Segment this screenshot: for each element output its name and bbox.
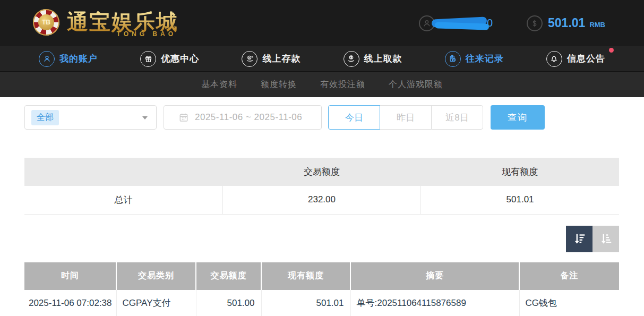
username-redaction-scribble xyxy=(432,18,489,29)
main-navigation: 我的账户 优惠中心 线上存款 xyxy=(0,46,644,72)
chip-label: TB xyxy=(38,14,54,30)
brand-text: 通宝娱乐城 TONG BAO xyxy=(67,11,178,38)
subnav-item-game-limits[interactable]: 个人游戏限额 xyxy=(389,79,443,90)
bell-icon xyxy=(546,51,562,67)
nav-item-my-account[interactable]: 我的账户 xyxy=(39,51,98,67)
nav-label: 信息公告 xyxy=(567,53,605,65)
dollar-icon xyxy=(527,15,543,31)
account-area: 0 501.01 RMB xyxy=(419,0,605,46)
date-range-input[interactable]: 2025-11-06 ~ 2025-11-06 xyxy=(164,105,322,130)
nav-label: 往来记录 xyxy=(466,53,504,65)
brand-name-en: TONG BAO xyxy=(117,30,176,38)
subnav-item-basic-info[interactable]: 基本资料 xyxy=(201,79,237,90)
chevron-down-icon xyxy=(142,116,148,119)
transaction-type-select[interactable]: 全部 xyxy=(24,105,157,130)
account-sub-navigation: 基本资料 额度转换 有效投注额 个人游戏限额 xyxy=(0,72,644,97)
nav-label: 线上取款 xyxy=(364,53,402,65)
summary-header-balance: 现有额度 xyxy=(421,158,619,186)
col-header-time: 时间 xyxy=(24,262,116,290)
summary-table: 交易额度 现有额度 总计 232.00 501.01 xyxy=(24,158,619,215)
cell-type: CGPAY支付 xyxy=(116,290,196,316)
deposit-icon xyxy=(242,51,257,67)
transaction-records-page: TB 通宝娱乐城 TONG BAO 0 xyxy=(0,0,644,316)
col-header-summary: 摘要 xyxy=(350,262,519,290)
notification-dot xyxy=(609,48,614,53)
summary-header-empty xyxy=(24,158,222,186)
records-header-row: 时间 交易类别 交易额度 现有额度 摘要 备注 xyxy=(24,262,619,290)
nav-label: 优惠中心 xyxy=(161,53,199,65)
summary-transaction-total: 232.00 xyxy=(222,186,420,214)
summary-header-row: 交易额度 现有额度 xyxy=(24,158,619,186)
gift-icon xyxy=(140,51,156,67)
sort-ascending-button[interactable] xyxy=(593,226,619,252)
nav-label: 我的账户 xyxy=(59,53,98,65)
summary-header-transaction: 交易额度 xyxy=(222,158,420,186)
calendar-icon xyxy=(178,112,189,123)
user-icon xyxy=(39,51,55,67)
selected-type-value: 全部 xyxy=(31,110,59,125)
quick-range-today[interactable]: 今日 xyxy=(328,105,380,130)
balance-amount: 501.01 xyxy=(548,16,585,30)
subnav-item-credit-transfer[interactable]: 额度转换 xyxy=(261,79,297,90)
sort-descending-icon xyxy=(572,232,586,246)
nav-item-online-deposit[interactable]: 线上存款 xyxy=(242,51,300,67)
sort-ascending-icon xyxy=(599,232,613,246)
balance-display[interactable]: 501.01 RMB xyxy=(527,15,605,31)
nav-item-promotions[interactable]: 优惠中心 xyxy=(140,51,199,67)
col-header-note: 备注 xyxy=(519,262,619,290)
col-header-type: 交易类别 xyxy=(116,262,196,290)
records-icon xyxy=(445,51,461,67)
filter-toolbar: 全部 2025-11-06 ~ 2025-11-06 今日 昨日 近8日 查询 xyxy=(24,105,619,130)
quick-range-segment: 今日 昨日 近8日 xyxy=(328,105,483,130)
brand-name: 通宝娱乐城 xyxy=(67,11,178,32)
top-header: TB 通宝娱乐城 TONG BAO 0 xyxy=(0,0,644,46)
balance-currency: RMB xyxy=(589,21,605,29)
sort-controls xyxy=(24,226,619,252)
quick-range-last-8-days[interactable]: 近8日 xyxy=(431,105,483,130)
subnav-item-valid-bets[interactable]: 有效投注额 xyxy=(320,79,365,90)
poker-chip-icon: TB xyxy=(33,9,59,36)
main-content: 全部 2025-11-06 ~ 2025-11-06 今日 昨日 近8日 查询 xyxy=(0,97,644,316)
col-header-transaction-amount: 交易额度 xyxy=(196,262,261,290)
summary-total-row: 总计 232.00 501.01 xyxy=(24,186,619,214)
cell-transaction-amount: 501.00 xyxy=(196,290,261,316)
nav-item-online-withdrawal[interactable]: 线上取款 xyxy=(344,51,402,67)
cell-summary: 单号:202511064115876589 xyxy=(350,290,519,316)
summary-total-label: 总计 xyxy=(24,186,222,214)
brand-logo[interactable]: TB 通宝娱乐城 TONG BAO xyxy=(33,9,178,38)
cell-time: 2025-11-06 07:02:38 xyxy=(24,290,116,316)
table-row: 2025-11-06 07:02:38 CGPAY支付 501.00 501.0… xyxy=(24,290,619,316)
records-table: 时间 交易类别 交易额度 现有额度 摘要 备注 2025-11-06 07:02… xyxy=(24,262,619,316)
search-button[interactable]: 查询 xyxy=(491,105,545,130)
date-range-value: 2025-11-06 ~ 2025-11-06 xyxy=(195,112,302,123)
cell-note: CG钱包 xyxy=(519,290,619,316)
nav-item-announcements[interactable]: 信息公告 xyxy=(546,51,605,67)
quick-range-yesterday[interactable]: 昨日 xyxy=(380,105,432,130)
username-display[interactable]: 0 xyxy=(419,15,493,31)
withdraw-icon xyxy=(344,51,359,67)
sort-descending-button[interactable] xyxy=(566,226,593,252)
col-header-current-balance: 现有额度 xyxy=(261,262,350,290)
cell-current-balance: 501.01 xyxy=(261,290,350,316)
nav-item-transaction-records[interactable]: 往来记录 xyxy=(445,51,504,67)
summary-balance-total: 501.01 xyxy=(421,186,619,214)
nav-label: 线上存款 xyxy=(262,53,300,65)
